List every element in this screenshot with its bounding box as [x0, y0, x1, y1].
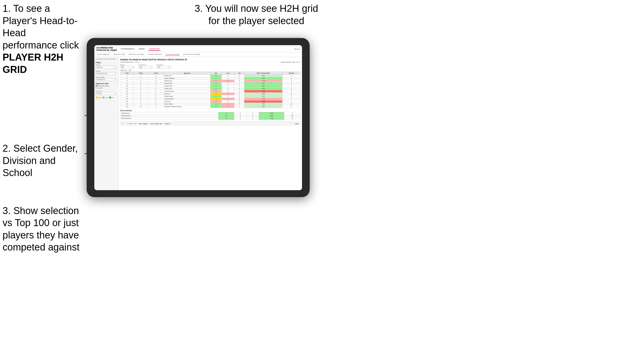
toolbar-refresh[interactable]: ↻: [132, 123, 134, 124]
table-row: 11 2 5 Heejo Hyun 1 0 0 3.33 3: [120, 87, 300, 90]
radio-opponents-played[interactable]: Opponents Played: [96, 85, 117, 87]
colour-legend: Down Level Up: [96, 97, 117, 99]
cell-diff: 4.00: [244, 77, 283, 80]
toolbar-back[interactable]: ←: [124, 123, 126, 124]
col-conf: # Conf: [148, 72, 164, 74]
cell-win: 1: [210, 95, 222, 98]
cell-diff: -3.00: [244, 90, 283, 92]
cell-win: 1: [210, 82, 222, 85]
cell-rounds: 3: [282, 82, 300, 85]
colour-by-select[interactable]: Win/loss: [96, 92, 116, 95]
subnav-team-h2h-heatmap[interactable]: TEAM H2H HEATMAP: [128, 53, 145, 55]
subnav-team-h2h-grid[interactable]: TEAM H2H GRID: [113, 53, 126, 55]
conference-select[interactable]: (All): [138, 66, 153, 69]
subnav-team-summary[interactable]: TEAM SUMMARY: [96, 53, 110, 55]
cell-tie: 0: [235, 77, 244, 80]
cell-div: 19: [120, 103, 134, 105]
out-div-tie: 0: [247, 114, 259, 117]
radio-dot-top100: [96, 87, 97, 89]
region-select[interactable]: (All): [120, 66, 134, 69]
instructions-left: 1. To see a Player's Head-to-Head perfor…: [3, 3, 82, 261]
cell-reg: 7: [134, 92, 148, 95]
cell-div: 5: [120, 77, 134, 80]
nav-teams[interactable]: TEAMS: [138, 47, 145, 51]
opponents-label: Opponents: (All): [120, 70, 300, 71]
table-row: 15 8 5 Stella Cheng 1 0 0 1.25 4: [120, 95, 300, 98]
cell-conf: 3: [148, 85, 164, 87]
col-rounds: Rounds: [282, 72, 300, 74]
toolbar-divider1: [137, 122, 138, 125]
out-div-rounds: 10: [284, 117, 300, 120]
toolbar-watch[interactable]: Watch ▾: [165, 123, 170, 124]
subnav-player-summary[interactable]: PLAYER SUMMARY: [147, 53, 162, 55]
out-of-division: Out of division Foreign Team 1 0 0 4.500…: [120, 110, 300, 120]
cell-rounds: 3: [282, 80, 300, 82]
cell-tie: 0: [235, 74, 244, 77]
cell-conf: 1: [148, 90, 164, 92]
subnav-player-h2h-grid[interactable]: PLAYER H2H GRID: [165, 53, 180, 56]
cell-reg: 2: [134, 77, 148, 80]
division-select[interactable]: NCAA Division III: [96, 72, 116, 75]
toolbar-target[interactable]: ⊙: [135, 123, 136, 124]
cell-win: 0: [210, 80, 222, 82]
cell-loss: 0: [222, 74, 235, 77]
cell-loss: 0: [222, 87, 235, 90]
cell-div: 11: [120, 87, 134, 90]
cell-opponent: Jessica Huang: [164, 90, 210, 92]
cell-loss: 0: [222, 90, 235, 92]
col-tie: Tie: [235, 72, 244, 74]
toolbar-redo[interactable]: ↪: [127, 123, 128, 124]
toolbar-undo[interactable]: ↩: [122, 123, 123, 124]
cell-win: 2: [210, 92, 222, 95]
table-row: 19 4 6 Emily Chang 4 1 0 0.30 11: [120, 103, 300, 105]
toolbar-view-original[interactable]: View: Original: [139, 123, 148, 124]
nav-committee[interactable]: COMMITTEE: [148, 47, 160, 51]
opponent-select[interactable]: (All): [157, 66, 171, 69]
toolbar-save-custom[interactable]: Save Custom View: [150, 123, 162, 124]
gender-select[interactable]: Women's: [96, 66, 116, 69]
cell-win: 2: [210, 85, 222, 87]
out-div-win: 5: [218, 117, 234, 120]
cell-div: 20: [120, 105, 134, 108]
cell-win: 1: [210, 98, 222, 100]
cell-rounds: 9: [282, 92, 300, 95]
subnav-player-h2h-heatmap[interactable]: PLAYER H2H HEATMAP: [183, 53, 201, 55]
cell-opponent: Sydney Kuo: [164, 80, 210, 82]
out-of-div-row: NAIA Division 1 15 0 0 9.267 30: [120, 114, 300, 117]
out-div-loss: 0: [234, 117, 247, 120]
cell-diff: 4.00: [244, 85, 283, 87]
col-opponent: Opponent: [164, 72, 210, 74]
out-div-diff: 4.500: [259, 112, 284, 114]
cell-div: 16: [120, 98, 134, 100]
nav-sign-out[interactable]: Sign out: [294, 48, 300, 50]
cell-conf: 1: [148, 74, 164, 77]
step3-left-text: 3. Show selection vs Top 100 or just pla…: [3, 205, 82, 254]
table-row: 5 2 2 Alexis Sudjianto 1 0 0 4.00 3: [120, 77, 300, 80]
right-panel: Katelyn Vo Head-to-Head Grid for Women's…: [119, 57, 302, 190]
cell-diff: 3.67: [244, 82, 283, 85]
cell-tie: 0: [235, 105, 244, 108]
legend-down-dot: [96, 97, 98, 99]
toolbar-divider2: [149, 122, 149, 125]
toolbar-share[interactable]: Share: [295, 123, 299, 124]
cell-win: 1: [210, 77, 222, 80]
cell-conf: 5: [148, 95, 164, 98]
overall-record: Overall Record: 353 - 34 - 6: [120, 61, 139, 63]
cell-win: 1: [210, 74, 222, 77]
cell-reg: 1: [134, 90, 148, 92]
table-row: 18 2 2 Euna Lee 0 0 0 -5.00 2: [120, 100, 300, 103]
nav-tournaments[interactable]: TOURNAMENTS: [120, 47, 135, 51]
player-rank-select[interactable]: 8. Katelyn Vo: [96, 78, 116, 81]
cell-diff: -1.00: [244, 80, 283, 82]
legend-up-label: Up: [112, 97, 114, 98]
radio-top100[interactable]: Top 100: [96, 87, 117, 89]
legend-down-label: Down: [98, 97, 102, 98]
division-label: Division: [96, 70, 117, 72]
col-diff: Diff Av Strokes/Rnd: [244, 72, 283, 74]
cell-opponent: Esther Lee: [164, 74, 210, 77]
cell-reg: 3: [134, 98, 148, 100]
cell-tie: 0: [235, 80, 244, 82]
toolbar-grid[interactable]: ⊞: [130, 123, 131, 124]
table-row: 10 6 3 Andrea York 2 0 0 4.00 4: [120, 85, 300, 87]
cell-conf: 6: [148, 103, 164, 105]
